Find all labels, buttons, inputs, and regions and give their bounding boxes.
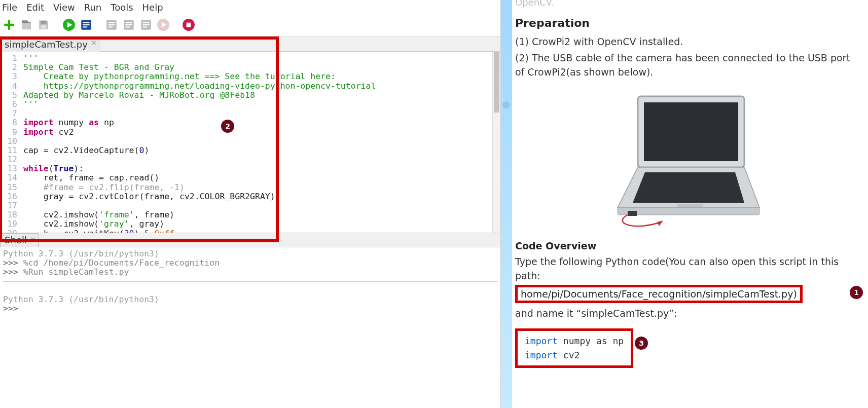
- scrollbar-thumb[interactable]: [494, 52, 499, 113]
- scroll-strip[interactable]: [501, 0, 512, 408]
- shell-prompt: >>>: [3, 258, 18, 268]
- editor-tabs: simpleCamTest.py ×: [0, 36, 500, 52]
- laptop-icon: [602, 91, 775, 233]
- svg-rect-16: [143, 22, 150, 23]
- line-gutter: 1234567891011121314151617181920: [0, 52, 20, 233]
- svg-marker-25: [633, 172, 744, 203]
- svg-rect-17: [143, 24, 150, 25]
- shell-prompt: >>>: [3, 304, 18, 313]
- shell-output[interactable]: Python 3.7.3 (/usr/bin/python3) >>> %cd …: [0, 247, 500, 408]
- open-file-button[interactable]: [19, 18, 33, 32]
- ide-pane: File Edit View Run Tools Help: [0, 0, 501, 408]
- svg-rect-26: [677, 204, 703, 207]
- snippet-kw: import: [525, 336, 558, 346]
- annotation-badge-2: 2: [221, 120, 234, 133]
- toolbar: [0, 16, 500, 36]
- svg-rect-28: [628, 211, 637, 216]
- svg-rect-4: [83, 22, 90, 23]
- preparation-item-2: (2) The USB cable of the camera has been…: [515, 51, 862, 79]
- menu-help[interactable]: Help: [142, 2, 163, 13]
- preparation-heading: Preparation: [515, 17, 862, 29]
- shell-cmd-1: %cd /home/pi/Documents/Face_recognition: [23, 258, 220, 268]
- shell-cmd-2: %Run simpleCamTest.py: [23, 267, 129, 277]
- svg-rect-9: [108, 24, 115, 25]
- editor-wrap: 2 1234567891011121314151617181920 '''Sim…: [0, 52, 500, 233]
- svg-rect-6: [83, 26, 88, 27]
- step-out-button[interactable]: [139, 18, 153, 32]
- svg-rect-0: [41, 21, 47, 23]
- menu-edit[interactable]: Edit: [26, 2, 44, 13]
- shell-banner-1: Python 3.7.3 (/usr/bin/python3): [3, 249, 159, 258]
- close-icon[interactable]: ×: [30, 235, 36, 243]
- save-file-button[interactable]: [37, 18, 51, 32]
- annotation-badge-3: 3: [635, 337, 648, 350]
- shell-prompt: >>>: [3, 267, 18, 277]
- resume-button[interactable]: [156, 18, 170, 32]
- svg-rect-13: [126, 24, 132, 25]
- shell-banner-2: Python 3.7.3 (/usr/bin/python3): [3, 294, 159, 304]
- svg-rect-21: [187, 23, 191, 27]
- tutorial-and-name: and name it “simpleCamTest.py”:: [515, 306, 862, 320]
- debug-button[interactable]: [79, 18, 93, 32]
- svg-marker-29: [657, 220, 663, 226]
- menu-file[interactable]: File: [2, 2, 17, 13]
- editor-tab[interactable]: simpleCamTest.py ×: [0, 36, 99, 52]
- tutorial-type-b: this script in: [758, 256, 821, 267]
- shell-tab-label: Shell: [5, 235, 27, 245]
- snippet-rest: numpy as np: [558, 336, 624, 346]
- shell-tab[interactable]: Shell ×: [0, 233, 39, 247]
- snippet-rest: cv2: [558, 350, 580, 360]
- annotation-badge-1: 1: [850, 286, 863, 299]
- svg-rect-18: [143, 26, 148, 27]
- code-editor[interactable]: 1234567891011121314151617181920 '''Simpl…: [0, 52, 500, 233]
- tutorial-pane: OpenCV. Preparation (1) CrowPi2 with Ope…: [501, 0, 868, 408]
- svg-rect-12: [126, 22, 132, 23]
- new-file-button[interactable]: [2, 18, 16, 32]
- tutorial-code-snippet: import numpy as np import cv2: [515, 328, 633, 368]
- tutorial-prev-line: OpenCV.: [515, 0, 862, 8]
- step-into-button[interactable]: [122, 18, 136, 32]
- svg-rect-27: [618, 208, 760, 215]
- tutorial-path-highlight: home/pi/Documents/Face_recognition/simpl…: [515, 285, 803, 303]
- stop-button[interactable]: [182, 18, 196, 32]
- svg-rect-10: [108, 26, 113, 27]
- menu-bar: File Edit View Run Tools Help: [0, 0, 500, 16]
- menu-run[interactable]: Run: [84, 2, 102, 13]
- tutorial-type-line: Type the following Python code(You can a…: [515, 254, 862, 283]
- tutorial-type-a: Type the following Python code(You can a…: [515, 256, 758, 267]
- preparation-item-1: (1) CrowPi2 with OpenCV installed.: [515, 34, 862, 49]
- menu-tools[interactable]: Tools: [111, 2, 133, 13]
- step-over-button[interactable]: [104, 18, 119, 32]
- svg-rect-1: [41, 25, 47, 29]
- svg-rect-5: [83, 24, 90, 25]
- code-overview-heading: Code Overview: [515, 240, 862, 251]
- snippet-kw: import: [525, 350, 558, 360]
- laptop-illustration: [515, 91, 862, 233]
- svg-rect-14: [126, 26, 130, 27]
- menu-view[interactable]: View: [53, 2, 75, 13]
- editor-tab-label: simpleCamTest.py: [5, 39, 88, 50]
- editor-scrollbar[interactable]: [492, 52, 500, 233]
- shell-tabs: Shell ×: [0, 233, 500, 247]
- close-icon[interactable]: ×: [91, 39, 97, 47]
- svg-rect-8: [108, 22, 115, 23]
- run-button[interactable]: [62, 18, 76, 32]
- svg-rect-23: [644, 102, 738, 161]
- code-area[interactable]: '''Simple Cam Test - BGR and Gray Create…: [20, 52, 500, 233]
